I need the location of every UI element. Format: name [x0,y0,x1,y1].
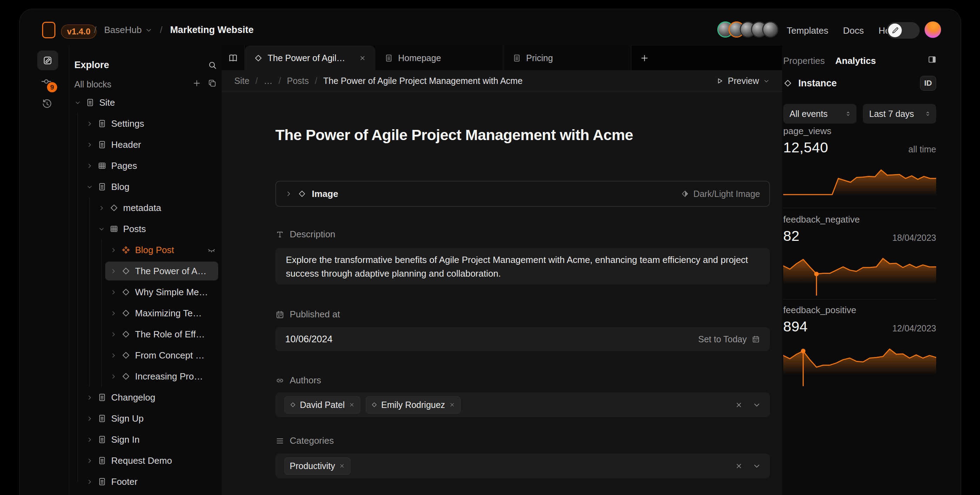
history-rail-button[interactable] [41,98,52,110]
panel-tab-analytics[interactable]: Analytics [835,56,876,66]
breadcrumb-item[interactable]: … [264,76,272,86]
tree-item-the-role-of-eff[interactable]: The Role of Eff… [69,324,222,345]
profile-avatar[interactable] [924,21,941,38]
chevron-down-icon[interactable] [86,184,93,190]
chevron-right-icon[interactable] [86,436,93,443]
app-root: v1.4.0 / BaseHub / Marketing Website Tem… [0,0,980,495]
chip-david-patel[interactable]: David Patel [285,396,360,414]
user-avatar[interactable] [762,21,778,38]
remove-chip-icon[interactable] [348,402,355,408]
search-icon[interactable] [208,61,217,70]
new-tab-button[interactable] [632,46,649,70]
tree-item-increasing-pro[interactable]: Increasing Pro… [69,366,222,387]
edit-mode-toggle[interactable] [887,22,920,38]
categories-field-label: Categories [275,435,334,446]
breadcrumb-item[interactable]: Site [234,76,250,86]
tree-item-the-power-of-a[interactable]: The Power of A… [69,260,222,281]
tree-item-changelog[interactable]: Changelog [69,387,222,408]
tree-item-metadata[interactable]: metadata [69,197,222,218]
doc-icon [86,98,95,107]
tree-item-maximizing-te[interactable]: Maximizing Te… [69,303,222,324]
tree-item-pages[interactable]: Pages [69,155,222,176]
chevron-right-icon[interactable] [86,120,93,127]
tree-item-header[interactable]: Header [69,134,222,155]
image-block[interactable]: Image Dark/Light Image [275,181,770,207]
basehub-logo-icon[interactable] [42,22,56,38]
chevron-down-icon[interactable] [74,99,81,106]
sparkline-feedback_positive [783,339,936,388]
panel-toggle-icon[interactable] [928,55,937,64]
chevron-right-icon[interactable] [110,289,117,295]
clear-icon[interactable] [735,462,743,470]
tree-item-why-simple-me[interactable]: Why Simple Me… [69,281,222,303]
tree-item-from-concept[interactable]: From Concept … [69,345,222,366]
metric-name: page_views [783,126,936,137]
set-to-today-button[interactable]: Set to Today [698,334,760,344]
chevron-down-icon[interactable] [753,462,761,470]
preview-button[interactable]: Preview [716,76,770,86]
filter-select-last-7-days[interactable]: Last 7 days [863,104,936,124]
duplicate-icon[interactable] [208,79,217,88]
authors-input[interactable]: David PatelEmily Rodriguez [275,393,770,417]
nav-link-templates[interactable]: Templates [787,25,829,36]
close-icon[interactable] [359,54,366,62]
library-button[interactable] [222,46,245,70]
workspace-switcher[interactable]: BaseHub [104,25,152,35]
tree-item-posts[interactable]: Posts [69,218,222,240]
chevron-right-icon[interactable] [86,394,93,401]
nav-link-docs[interactable]: Docs [843,25,864,36]
categories-input[interactable]: Productivity [275,453,770,478]
tree-item-blog-post[interactable]: Blog Post [69,240,222,260]
chevron-right-icon[interactable] [110,247,117,254]
add-block-icon[interactable] [192,79,201,88]
chevron-right-icon[interactable] [110,331,117,338]
chevron-down-icon [763,78,770,84]
chip-productivity[interactable]: Productivity [285,457,350,475]
chevron-right-icon[interactable] [86,457,93,464]
chevron-right-icon[interactable] [86,142,93,148]
remove-chip-icon[interactable] [339,463,345,469]
tree-item-settings[interactable]: Settings [69,113,222,134]
chevron-right-icon[interactable] [110,310,117,317]
tab-label: The Power of Agile… [267,53,349,63]
tab-homepage[interactable]: Homepage [375,46,503,70]
tree-item-sign-up[interactable]: Sign Up [69,408,222,429]
tree-item-footer[interactable]: Footer [69,471,222,492]
instance-row: Instance ID [783,76,936,91]
chevron-right-icon[interactable] [285,190,292,197]
diamond-icon [290,402,296,408]
description-input[interactable]: Explore the transformative benefits of A… [275,248,770,284]
project-name[interactable]: Marketing Website [170,25,254,35]
id-badge[interactable]: ID [920,76,936,91]
tree-item-request-demo[interactable]: Request Demo [69,450,222,471]
tab-pricing[interactable]: Pricing [503,46,632,70]
chevron-down-icon[interactable] [98,226,105,232]
editor-rail-button[interactable] [37,51,58,70]
calendar-icon [275,310,285,319]
chevron-right-icon[interactable] [110,352,117,359]
chevron-right-icon[interactable] [86,415,93,422]
filter-select-all-events[interactable]: All events [783,104,856,124]
chevron-right-icon[interactable] [86,163,93,169]
tab-the-power-of-agile[interactable]: The Power of Agile… [245,46,375,70]
eye-off-icon [207,245,216,254]
metric-card-feedback_positive: feedback_positive89412/04/2023 [783,305,936,388]
chevron-right-icon[interactable] [98,205,105,211]
tree-item-site[interactable]: Site [69,92,222,113]
breadcrumb-item[interactable]: Posts [287,76,309,86]
doc-icon [97,182,107,191]
tree-item-blog[interactable]: Blog [69,176,222,197]
remove-chip-icon[interactable] [449,402,455,408]
tree-item-sign-in[interactable]: Sign In [69,429,222,450]
published-at-input[interactable]: 10/06/2024 Set to Today [275,327,770,351]
panel-tab-properties[interactable]: Properties [783,56,825,66]
published-at-value: 10/06/2024 [285,334,332,345]
updown-icon [845,110,852,117]
chip-emily-rodriguez[interactable]: Emily Rodriguez [366,396,461,414]
chevron-right-icon[interactable] [110,268,117,275]
chevron-down-icon[interactable] [753,401,761,409]
chevron-right-icon[interactable] [110,373,117,380]
chevron-right-icon[interactable] [86,479,93,485]
workspace-name: BaseHub [104,25,142,35]
clear-icon[interactable] [735,401,743,409]
